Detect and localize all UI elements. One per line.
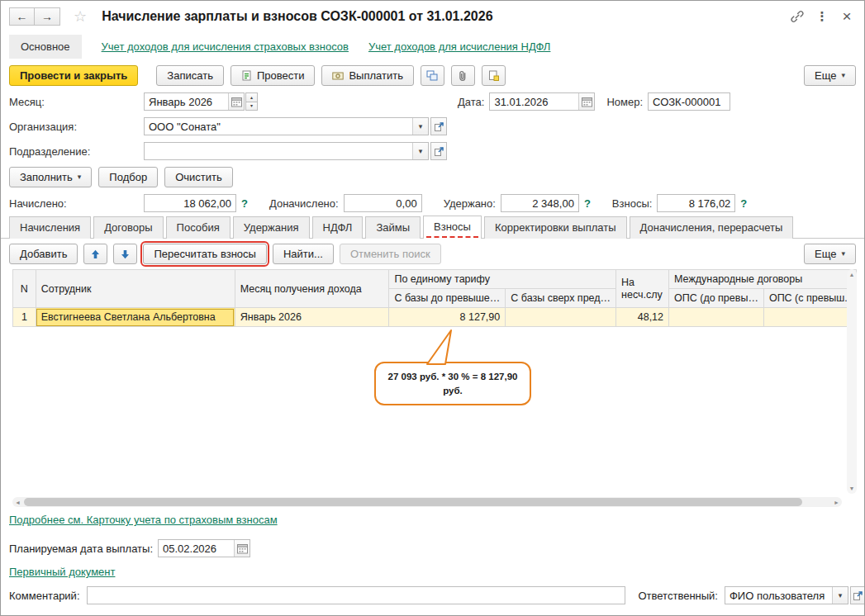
scroll-right-icon[interactable]: ► — [834, 497, 839, 507]
tab-korrektirovki[interactable]: Корректировки выплаты — [484, 216, 627, 239]
move-down-button[interactable] — [113, 244, 137, 264]
column-header-n[interactable]: N — [13, 270, 36, 308]
department-open-button[interactable] — [430, 142, 447, 160]
column-header-international[interactable]: Международные договоры — [669, 270, 857, 289]
added-field[interactable]: 0,00 — [344, 194, 422, 212]
responsible-dropdown-button[interactable]: ▾ — [832, 587, 848, 604]
responsible-open-button[interactable] — [850, 586, 865, 604]
forward-button[interactable]: → — [35, 7, 60, 26]
comment-value[interactable] — [88, 587, 625, 604]
grid-more-button[interactable]: Еще ▾ — [804, 244, 856, 264]
get-link-button[interactable] — [788, 7, 806, 26]
post-and-close-button[interactable]: Провести и закрыть — [9, 65, 138, 86]
column-header-accident[interactable]: На несч.слу — [616, 270, 669, 308]
accrued-field[interactable]: 18 062,00 — [144, 194, 236, 212]
department-combo[interactable]: ▾ — [144, 142, 429, 160]
section-tab-main[interactable]: Основное — [9, 35, 82, 59]
tab-nachisleniya[interactable]: Начисления — [9, 216, 91, 239]
planned-date-field[interactable]: 05.02.2026 — [158, 539, 250, 557]
cell-employee[interactable]: Евстигнеева Светлана Альбертовна — [36, 308, 235, 327]
post-button[interactable]: Провести — [231, 65, 316, 86]
vertical-scrollbar[interactable]: ▲ ▼ — [847, 269, 857, 494]
responsible-combo[interactable]: ФИО пользователя ▾ — [725, 586, 848, 604]
column-header-base-below[interactable]: С базы до превыше… — [389, 289, 506, 308]
column-header-ops-below[interactable]: ОПС (до превы… — [669, 289, 764, 308]
number-value[interactable]: СОЗК-000001 — [649, 93, 730, 110]
tab-ndfl[interactable]: НДФЛ — [312, 216, 364, 239]
department-value[interactable] — [145, 143, 412, 159]
department-dropdown-button[interactable]: ▾ — [412, 143, 428, 159]
cancel-search-button[interactable]: Отменить поиск — [340, 244, 441, 264]
tab-posobiya[interactable]: Пособия — [166, 216, 231, 239]
planned-date-value[interactable]: 05.02.2026 — [159, 540, 234, 557]
create-based-on-button[interactable] — [482, 65, 506, 86]
date-field[interactable]: 31.01.2026 — [489, 92, 595, 111]
column-header-employee[interactable]: Сотрудник — [36, 270, 235, 308]
save-button[interactable]: Записать — [156, 65, 224, 86]
tab-vznosy[interactable]: Взносы — [423, 216, 482, 239]
contributions-field[interactable]: 8 176,02 — [657, 194, 735, 212]
cell-ops-below[interactable] — [669, 308, 764, 327]
related-documents-button[interactable] — [421, 65, 444, 86]
contribution-card-link[interactable]: Подробнее см. Карточку учета по страховы… — [9, 514, 278, 526]
accrued-help-link[interactable]: ? — [241, 197, 248, 210]
column-header-base-above[interactable]: С базы сверх пред… — [506, 289, 616, 308]
responsible-value[interactable]: ФИО пользователя — [725, 587, 832, 604]
favorite-star-icon[interactable]: ☆ — [74, 9, 87, 24]
organization-open-button[interactable] — [430, 117, 447, 135]
accrued-value[interactable]: 18 062,00 — [145, 195, 235, 211]
contributions-help-link[interactable]: ? — [740, 197, 747, 210]
column-header-single-tariff[interactable]: По единому тарифу — [389, 270, 616, 289]
cell-accident[interactable]: 48,12 — [616, 308, 669, 327]
primary-document-link[interactable]: Первичный документ — [9, 566, 115, 578]
step-up-icon[interactable]: ▴ — [245, 92, 258, 102]
tab-zaymy[interactable]: Займы — [365, 216, 421, 239]
month-value[interactable]: Январь 2026 — [145, 93, 228, 110]
tab-donachisleniya[interactable]: Доначисления, перерасчеты — [630, 216, 794, 239]
column-header-month[interactable]: Месяц получения дохода — [235, 270, 389, 308]
added-value[interactable]: 0,00 — [345, 195, 421, 211]
tab-uderzhaniya[interactable]: Удержания — [233, 216, 310, 239]
more-actions-button[interactable]: Еще ▾ — [804, 65, 856, 86]
month-field[interactable]: Январь 2026 — [144, 92, 245, 111]
withheld-field[interactable]: 2 348,00 — [501, 194, 579, 212]
column-header-ops-above[interactable]: ОПС (с превыш.) — [763, 289, 856, 308]
contributions-value[interactable]: 8 176,02 — [658, 195, 734, 211]
scroll-left-icon[interactable]: ◄ — [15, 497, 21, 507]
withheld-help-link[interactable]: ? — [584, 197, 591, 210]
link-ndfl-income[interactable]: Учет доходов для исчисления НДФЛ — [368, 40, 550, 53]
move-up-button[interactable] — [83, 244, 107, 264]
tab-dogovory[interactable]: Договоры — [93, 216, 163, 239]
organization-value[interactable]: ООО "Соната" — [145, 118, 412, 135]
cell-base-below[interactable]: 8 127,90 — [389, 308, 506, 327]
recalculate-contributions-button[interactable]: Пересчитать взносы — [143, 244, 267, 264]
window-menu-button[interactable]: ⋮ — [813, 7, 831, 26]
find-button[interactable]: Найти... — [273, 244, 334, 264]
date-value[interactable]: 31.01.2026 — [490, 93, 578, 110]
fill-button[interactable]: Заполнить ▾ — [9, 167, 92, 187]
organization-dropdown-button[interactable]: ▾ — [412, 118, 428, 135]
close-button[interactable]: × — [838, 7, 856, 26]
cell-ops-above[interactable] — [763, 308, 856, 327]
link-insurance-income[interactable]: Учет доходов для исчисления страховых вз… — [102, 40, 349, 53]
table-row[interactable]: 1 Евстигнеева Светлана Альбертовна Январ… — [13, 308, 857, 327]
cell-month[interactable]: Январь 2026 — [235, 308, 389, 327]
pay-button[interactable]: Выплатить — [321, 65, 414, 86]
horizontal-scrollbar-thumb[interactable] — [24, 498, 802, 506]
pick-button[interactable]: Подбор — [98, 167, 158, 187]
scroll-down-icon[interactable]: ▼ — [849, 486, 855, 491]
month-calendar-button[interactable] — [228, 93, 244, 110]
add-row-button[interactable]: Добавить — [9, 244, 78, 264]
organization-combo[interactable]: ООО "Соната" ▾ — [144, 117, 429, 135]
scroll-up-icon[interactable]: ▲ — [849, 272, 855, 277]
number-field[interactable]: СОЗК-000001 — [648, 92, 730, 111]
comment-field[interactable] — [87, 586, 625, 604]
back-button[interactable]: ← — [9, 7, 35, 26]
clear-button[interactable]: Очистить — [164, 167, 233, 187]
cell-row-number[interactable]: 1 — [13, 308, 36, 327]
date-calendar-button[interactable] — [578, 93, 594, 110]
step-down-icon[interactable]: ▾ — [245, 102, 258, 111]
withheld-value[interactable]: 2 348,00 — [501, 195, 578, 211]
horizontal-scrollbar[interactable]: ◄ ► — [12, 497, 842, 507]
planned-date-calendar-button[interactable] — [234, 540, 250, 557]
